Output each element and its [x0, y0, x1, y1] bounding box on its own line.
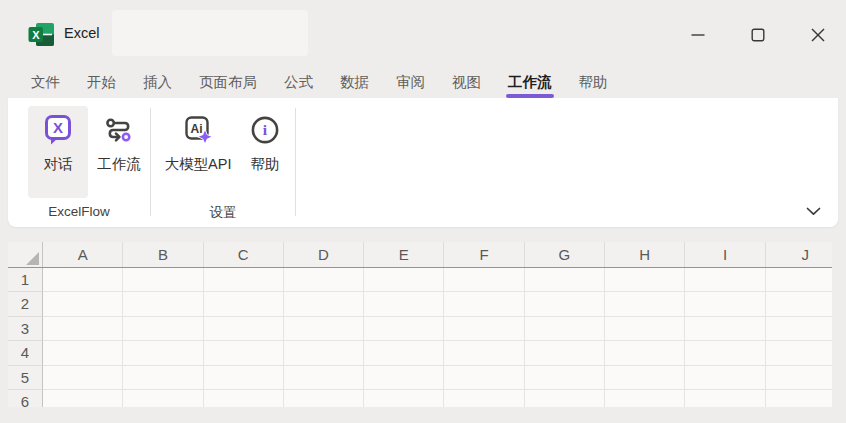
cell[interactable]: [123, 366, 203, 391]
cell[interactable]: [204, 390, 284, 407]
tab-insert[interactable]: 插入: [143, 66, 172, 98]
select-all-corner[interactable]: [8, 242, 43, 267]
cell[interactable]: [766, 341, 832, 366]
cell[interactable]: [123, 390, 203, 407]
tab-home[interactable]: 开始: [87, 66, 116, 98]
cell[interactable]: [766, 317, 832, 342]
cell[interactable]: [364, 390, 444, 407]
tab-formulas[interactable]: 公式: [284, 66, 313, 98]
help-button[interactable]: i 帮助: [241, 106, 289, 198]
cell[interactable]: [444, 341, 524, 366]
column-header-e[interactable]: E: [364, 242, 444, 267]
cell[interactable]: [364, 268, 444, 293]
row-header-6[interactable]: 6: [8, 390, 43, 407]
column-header-a[interactable]: A: [43, 242, 123, 267]
cell[interactable]: [605, 366, 685, 391]
cell[interactable]: [123, 292, 203, 317]
cell[interactable]: [123, 317, 203, 342]
row-header-1[interactable]: 1: [8, 268, 43, 293]
cell[interactable]: [43, 268, 123, 293]
tab-help[interactable]: 帮助: [579, 66, 608, 98]
tab-review[interactable]: 审阅: [396, 66, 425, 98]
maximize-button[interactable]: [738, 15, 778, 55]
cell[interactable]: [364, 366, 444, 391]
cell[interactable]: [525, 292, 605, 317]
cell[interactable]: [364, 341, 444, 366]
cell[interactable]: [605, 292, 685, 317]
cell[interactable]: [284, 366, 364, 391]
row-header-2[interactable]: 2: [8, 292, 43, 317]
cell[interactable]: [204, 292, 284, 317]
cell[interactable]: [364, 317, 444, 342]
cell[interactable]: [685, 292, 765, 317]
cell[interactable]: [685, 317, 765, 342]
cell[interactable]: [43, 390, 123, 407]
cell[interactable]: [525, 366, 605, 391]
collapse-ribbon-button[interactable]: [798, 200, 828, 222]
cell[interactable]: [685, 268, 765, 293]
cell[interactable]: [123, 268, 203, 293]
grid-row: [43, 317, 832, 342]
cell[interactable]: [43, 366, 123, 391]
column-header-g[interactable]: G: [525, 242, 605, 267]
column-header-f[interactable]: F: [444, 242, 524, 267]
row-header-4[interactable]: 4: [8, 341, 43, 366]
cell[interactable]: [685, 341, 765, 366]
row-header-5[interactable]: 5: [8, 366, 43, 391]
cell[interactable]: [444, 292, 524, 317]
grid-row: [43, 390, 832, 407]
cell[interactable]: [525, 268, 605, 293]
tab-view[interactable]: 视图: [452, 66, 481, 98]
cell[interactable]: [284, 292, 364, 317]
column-header-b[interactable]: B: [123, 242, 203, 267]
cell[interactable]: [766, 292, 832, 317]
svg-text:X: X: [32, 29, 40, 41]
cell[interactable]: [444, 317, 524, 342]
minimize-button[interactable]: [678, 15, 718, 55]
tab-workflow[interactable]: 工作流: [508, 66, 552, 98]
cell[interactable]: [284, 268, 364, 293]
column-header-h[interactable]: H: [605, 242, 685, 267]
cell[interactable]: [685, 390, 765, 407]
cell[interactable]: [766, 366, 832, 391]
close-button[interactable]: [798, 15, 838, 55]
group-label-settings: 设置: [151, 204, 295, 222]
cell[interactable]: [766, 268, 832, 293]
tab-page-layout[interactable]: 页面布局: [199, 66, 257, 98]
workflow-button[interactable]: 工作流: [90, 106, 148, 198]
cell[interactable]: [444, 390, 524, 407]
cell[interactable]: [43, 292, 123, 317]
cell[interactable]: [204, 317, 284, 342]
cell[interactable]: [204, 268, 284, 293]
cell[interactable]: [766, 390, 832, 407]
cell[interactable]: [685, 366, 765, 391]
grid-cells: [43, 268, 832, 408]
cell[interactable]: [123, 341, 203, 366]
cell[interactable]: [444, 268, 524, 293]
tab-file[interactable]: 文件: [31, 66, 60, 98]
cell[interactable]: [204, 366, 284, 391]
cell[interactable]: [605, 390, 685, 407]
cell[interactable]: [444, 366, 524, 391]
cell[interactable]: [605, 341, 685, 366]
llm-api-button[interactable]: Ai 大模型API: [157, 106, 239, 198]
column-header-i[interactable]: I: [685, 242, 765, 267]
cell[interactable]: [284, 390, 364, 407]
cell[interactable]: [204, 341, 284, 366]
cell[interactable]: [364, 292, 444, 317]
cell[interactable]: [525, 317, 605, 342]
cell[interactable]: [284, 341, 364, 366]
cell[interactable]: [284, 317, 364, 342]
row-header-3[interactable]: 3: [8, 317, 43, 342]
cell[interactable]: [525, 341, 605, 366]
tab-data[interactable]: 数据: [340, 66, 369, 98]
cell[interactable]: [525, 390, 605, 407]
column-header-c[interactable]: C: [204, 242, 284, 267]
cell[interactable]: [605, 268, 685, 293]
column-header-d[interactable]: D: [284, 242, 364, 267]
cell[interactable]: [605, 317, 685, 342]
column-header-j[interactable]: J: [766, 242, 832, 267]
cell[interactable]: [43, 341, 123, 366]
cell[interactable]: [43, 317, 123, 342]
chat-button[interactable]: X 对话: [28, 106, 88, 198]
